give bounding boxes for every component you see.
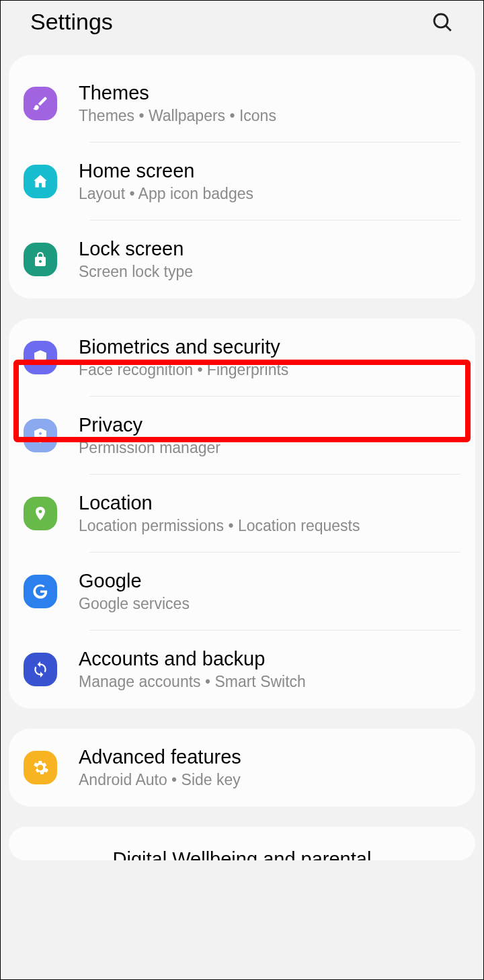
item-lock-screen[interactable]: Lock screen Screen lock type	[9, 220, 475, 298]
text-wrapper: Home screen Layout • App icon badges	[79, 160, 460, 203]
item-google[interactable]: Google Google services	[9, 553, 475, 630]
item-home-screen[interactable]: Home screen Layout • App icon badges	[9, 142, 475, 220]
text-wrapper: Privacy Permission manager	[79, 414, 460, 457]
item-location[interactable]: Location Location permissions • Location…	[9, 475, 475, 553]
text-wrapper: Location Location permissions • Location…	[79, 492, 460, 535]
item-accounts[interactable]: Accounts and backup Manage accounts • Sm…	[9, 630, 475, 708]
item-title: Themes	[79, 82, 460, 104]
svg-line-1	[446, 25, 451, 30]
item-digital-wellbeing-partial[interactable]: Digital Wellbeing and parental	[9, 827, 475, 860]
item-title: Advanced features	[79, 746, 460, 768]
text-wrapper: Accounts and backup Manage accounts • Sm…	[79, 648, 460, 691]
item-subtitle: Screen lock type	[79, 263, 460, 281]
item-themes[interactable]: Themes Themes • Wallpapers • Icons	[9, 55, 475, 142]
gear-icon	[24, 751, 57, 784]
settings-group-3: Advanced features Android Auto • Side ke…	[9, 729, 475, 807]
home-icon	[24, 165, 57, 198]
item-title: Accounts and backup	[79, 648, 460, 670]
item-subtitle: Android Auto • Side key	[79, 771, 460, 789]
item-subtitle: Face recognition • Fingerprints	[79, 361, 460, 379]
header: Settings	[1, 1, 483, 55]
svg-point-0	[434, 13, 448, 27]
item-subtitle: Permission manager	[79, 439, 460, 457]
privacy-icon	[24, 419, 57, 452]
text-wrapper: Advanced features Android Auto • Side ke…	[79, 746, 460, 789]
text-wrapper: Google Google services	[79, 570, 460, 613]
item-subtitle: Manage accounts • Smart Switch	[79, 673, 460, 691]
themes-icon	[24, 87, 57, 120]
item-privacy[interactable]: Privacy Permission manager	[9, 397, 475, 475]
settings-group-1: Themes Themes • Wallpapers • Icons Home …	[9, 55, 475, 298]
item-advanced[interactable]: Advanced features Android Auto • Side ke…	[9, 729, 475, 807]
item-title: Lock screen	[79, 238, 460, 260]
settings-group-4: Digital Wellbeing and parental	[9, 827, 475, 860]
search-icon[interactable]	[431, 11, 454, 34]
item-biometrics[interactable]: Biometrics and security Face recognition…	[9, 319, 475, 397]
item-title: Google	[79, 570, 460, 592]
item-subtitle: Location permissions • Location requests	[79, 517, 460, 535]
item-title: Biometrics and security	[79, 336, 460, 358]
item-title: Home screen	[79, 160, 460, 182]
item-subtitle: Google services	[79, 595, 460, 613]
page-title: Settings	[30, 9, 113, 35]
sync-icon	[24, 653, 57, 686]
item-subtitle: Themes • Wallpapers • Icons	[79, 107, 460, 125]
text-wrapper: Lock screen Screen lock type	[79, 238, 460, 281]
text-wrapper: Biometrics and security Face recognition…	[79, 336, 460, 379]
google-icon	[24, 575, 57, 608]
item-subtitle: Layout • App icon badges	[79, 185, 460, 203]
location-icon	[24, 497, 57, 530]
settings-group-2: Biometrics and security Face recognition…	[9, 319, 475, 708]
shield-icon	[24, 341, 57, 374]
lock-icon	[24, 243, 57, 276]
item-title: Privacy	[79, 414, 460, 436]
text-wrapper: Themes Themes • Wallpapers • Icons	[79, 82, 460, 125]
item-title: Location	[79, 492, 460, 514]
